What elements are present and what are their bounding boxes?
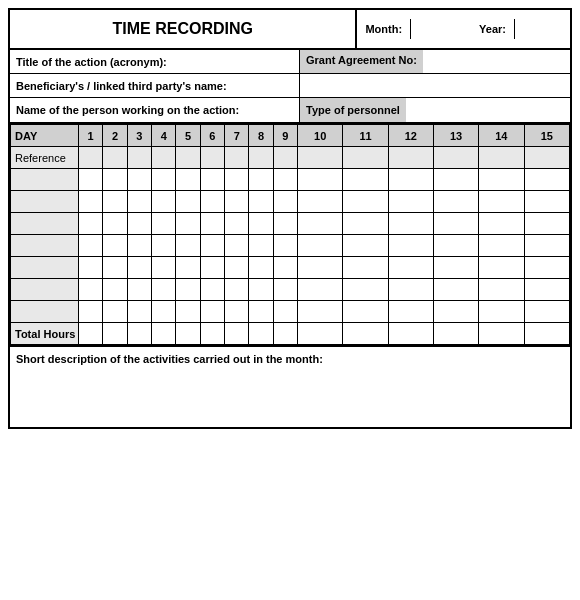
row-6-day-7[interactable] xyxy=(225,279,249,301)
row-5-day-4[interactable] xyxy=(152,257,176,279)
ref-2[interactable] xyxy=(103,147,127,169)
row-5-day-2[interactable] xyxy=(103,257,127,279)
row-3-day-8[interactable] xyxy=(249,213,273,235)
row-6-day-14[interactable] xyxy=(479,279,524,301)
row-2-day-8[interactable] xyxy=(249,191,273,213)
ref-10[interactable] xyxy=(298,147,343,169)
row-7-day-9[interactable] xyxy=(273,301,297,323)
row-4-day-4[interactable] xyxy=(152,235,176,257)
row-5-day-13[interactable] xyxy=(433,257,478,279)
row-6-day-8[interactable] xyxy=(249,279,273,301)
row-2-day-7[interactable] xyxy=(225,191,249,213)
row-4-day-6[interactable] xyxy=(200,235,224,257)
row-5-day-8[interactable] xyxy=(249,257,273,279)
row-3-day-12[interactable] xyxy=(388,213,433,235)
row-5-day-9[interactable] xyxy=(273,257,297,279)
row-3-day-4[interactable] xyxy=(152,213,176,235)
row-5-day-5[interactable] xyxy=(176,257,200,279)
row-2-day-15[interactable] xyxy=(524,191,570,213)
row-6-day-15[interactable] xyxy=(524,279,570,301)
row-4-day-15[interactable] xyxy=(524,235,570,257)
total-6[interactable] xyxy=(200,323,224,345)
row-3-day-13[interactable] xyxy=(433,213,478,235)
row-3-ref[interactable] xyxy=(11,213,79,235)
row-2-day-9[interactable] xyxy=(273,191,297,213)
row-4-day-13[interactable] xyxy=(433,235,478,257)
row-7-day-6[interactable] xyxy=(200,301,224,323)
ref-4[interactable] xyxy=(152,147,176,169)
row-4-day-12[interactable] xyxy=(388,235,433,257)
row-7-day-2[interactable] xyxy=(103,301,127,323)
row-6-day-5[interactable] xyxy=(176,279,200,301)
ref-13[interactable] xyxy=(433,147,478,169)
row-7-day-8[interactable] xyxy=(249,301,273,323)
row-7-day-10[interactable] xyxy=(298,301,343,323)
row-2-day-1[interactable] xyxy=(79,191,103,213)
total-8[interactable] xyxy=(249,323,273,345)
row-2-day-4[interactable] xyxy=(152,191,176,213)
row-5-day-11[interactable] xyxy=(343,257,388,279)
row-5-day-15[interactable] xyxy=(524,257,570,279)
row-4-day-7[interactable] xyxy=(225,235,249,257)
row-1-day-6[interactable] xyxy=(200,169,224,191)
row-1-day-14[interactable] xyxy=(479,169,524,191)
row-7-day-5[interactable] xyxy=(176,301,200,323)
row-1-day-9[interactable] xyxy=(273,169,297,191)
row-2-day-2[interactable] xyxy=(103,191,127,213)
row-4-day-8[interactable] xyxy=(249,235,273,257)
ref-11[interactable] xyxy=(343,147,388,169)
row-7-day-7[interactable] xyxy=(225,301,249,323)
row-1-day-8[interactable] xyxy=(249,169,273,191)
row-3-day-3[interactable] xyxy=(127,213,151,235)
row-7-day-4[interactable] xyxy=(152,301,176,323)
total-1[interactable] xyxy=(79,323,103,345)
row-2-day-12[interactable] xyxy=(388,191,433,213)
row-1-day-12[interactable] xyxy=(388,169,433,191)
row-6-day-13[interactable] xyxy=(433,279,478,301)
row-2-ref[interactable] xyxy=(11,191,79,213)
row-4-ref[interactable] xyxy=(11,235,79,257)
total-10[interactable] xyxy=(298,323,343,345)
row-4-day-9[interactable] xyxy=(273,235,297,257)
row-7-day-14[interactable] xyxy=(479,301,524,323)
row-5-day-7[interactable] xyxy=(225,257,249,279)
row-3-day-1[interactable] xyxy=(79,213,103,235)
row-5-day-3[interactable] xyxy=(127,257,151,279)
total-4[interactable] xyxy=(152,323,176,345)
row-7-day-15[interactable] xyxy=(524,301,570,323)
row-6-day-10[interactable] xyxy=(298,279,343,301)
row-1-day-15[interactable] xyxy=(524,169,570,191)
row-6-day-6[interactable] xyxy=(200,279,224,301)
ref-15[interactable] xyxy=(524,147,570,169)
personnel-value-field[interactable] xyxy=(406,98,570,122)
row-3-day-6[interactable] xyxy=(200,213,224,235)
row-4-day-3[interactable] xyxy=(127,235,151,257)
description-value[interactable] xyxy=(16,369,564,419)
total-3[interactable] xyxy=(127,323,151,345)
row-3-day-2[interactable] xyxy=(103,213,127,235)
row-3-day-9[interactable] xyxy=(273,213,297,235)
ref-3[interactable] xyxy=(127,147,151,169)
row-2-day-3[interactable] xyxy=(127,191,151,213)
row-6-ref[interactable] xyxy=(11,279,79,301)
row-3-day-10[interactable] xyxy=(298,213,343,235)
total-15[interactable] xyxy=(524,323,570,345)
row-1-day-2[interactable] xyxy=(103,169,127,191)
ref-14[interactable] xyxy=(479,147,524,169)
row-1-day-1[interactable] xyxy=(79,169,103,191)
row-1-day-10[interactable] xyxy=(298,169,343,191)
row-6-day-2[interactable] xyxy=(103,279,127,301)
row-4-day-11[interactable] xyxy=(343,235,388,257)
row-3-day-11[interactable] xyxy=(343,213,388,235)
row-4-day-2[interactable] xyxy=(103,235,127,257)
row-6-day-1[interactable] xyxy=(79,279,103,301)
grant-value-field[interactable] xyxy=(423,50,570,73)
ref-12[interactable] xyxy=(388,147,433,169)
row-6-day-4[interactable] xyxy=(152,279,176,301)
ref-1[interactable] xyxy=(79,147,103,169)
ref-9[interactable] xyxy=(273,147,297,169)
row-5-day-12[interactable] xyxy=(388,257,433,279)
ref-7[interactable] xyxy=(225,147,249,169)
row-2-day-11[interactable] xyxy=(343,191,388,213)
row-5-day-6[interactable] xyxy=(200,257,224,279)
